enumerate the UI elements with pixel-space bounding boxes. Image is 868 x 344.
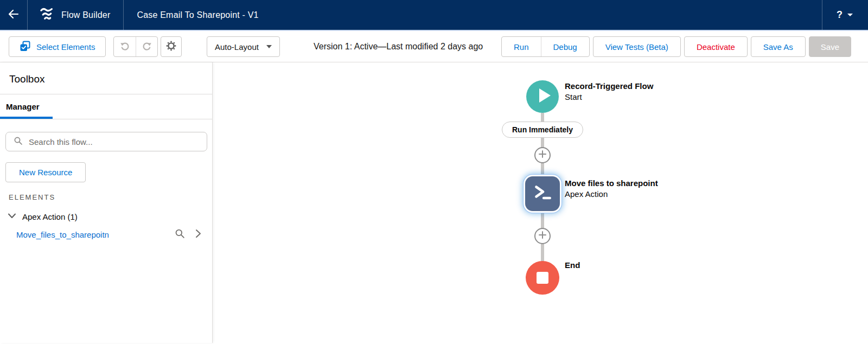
element-list-item: Move_files_to_sharepoitn: [16, 228, 203, 241]
flow-builder-logo-icon: [40, 6, 54, 24]
toolbox-heading: Toolbox: [0, 62, 212, 94]
chevron-down-icon: [266, 45, 272, 48]
debug-button[interactable]: Debug: [541, 37, 589, 56]
end-node-title: End: [565, 260, 580, 271]
apex-action-node-subtitle: Apex Action: [565, 189, 658, 200]
chevron-right-icon[interactable]: [195, 229, 201, 240]
apex-action-node[interactable]: [525, 176, 560, 211]
app-name: Flow Builder: [61, 10, 110, 20]
chevron-down-icon: [847, 14, 853, 16]
multi-select-check-icon: [20, 41, 30, 53]
redo-button[interactable]: [136, 37, 157, 56]
terminal-prompt-icon: [531, 181, 554, 206]
active-tab-indicator: [0, 117, 53, 119]
run-debug-group: Run Debug: [501, 36, 590, 57]
end-node-labels: End: [565, 260, 580, 271]
plus-icon: [538, 231, 547, 241]
gear-icon: [166, 41, 176, 53]
save-as-button[interactable]: Save As: [751, 36, 806, 57]
brand: Flow Builder: [28, 0, 123, 30]
chevron-down-icon: [8, 212, 16, 221]
flow-settings-button[interactable]: [161, 36, 182, 57]
back-arrow-icon: [7, 8, 20, 23]
play-icon: [526, 79, 559, 114]
add-element-button[interactable]: [534, 228, 551, 244]
start-node-title: Record-Triggered Flow: [565, 81, 653, 92]
apex-action-node-title: Move files to sharepoint: [565, 178, 658, 189]
toolbox-tabs: Manager: [0, 94, 212, 119]
add-element-button[interactable]: [534, 147, 551, 163]
elements-heading: ELEMENTS: [9, 193, 203, 201]
flow-search-box: [5, 132, 207, 151]
search-input[interactable]: [29, 137, 200, 146]
undo-icon: [119, 41, 130, 53]
layout-mode-dropdown[interactable]: Auto-Layout: [207, 36, 280, 57]
toolbox-sidebar: Toolbox Manager New Resource ELEMENTS Ap…: [0, 62, 213, 343]
question-mark-icon: ?: [837, 9, 843, 21]
flow-toolbar: Select Elements: [0, 31, 868, 62]
redo-icon: [142, 41, 152, 53]
deactivate-button[interactable]: Deactivate: [684, 36, 748, 57]
flow-canvas[interactable]: Record-Triggered Flow Start Run Immediat…: [213, 62, 868, 343]
flow-title: Case Email To Sharepoint - V1: [137, 10, 258, 20]
element-group-label: Apex Action (1): [22, 212, 78, 221]
view-tests-button[interactable]: View Tests (Beta): [593, 36, 681, 57]
back-button[interactable]: [0, 0, 27, 30]
find-in-flow-icon[interactable]: [175, 228, 185, 241]
start-node[interactable]: [526, 80, 559, 113]
new-resource-button[interactable]: New Resource: [5, 162, 86, 182]
apex-action-node-labels: Move files to sharepoint Apex Action: [565, 178, 658, 200]
start-node-subtitle: Start: [565, 92, 653, 103]
version-status-text: Version 1: Active—Last modified 2 days a…: [314, 31, 483, 62]
select-elements-label: Select Elements: [36, 42, 95, 52]
trigger-path-badge[interactable]: Run Immediately: [502, 122, 583, 138]
plus-icon: [538, 150, 547, 161]
undo-redo-group: [113, 36, 158, 57]
save-button[interactable]: Save: [809, 36, 851, 57]
element-group-apex-action[interactable]: Apex Action (1): [8, 212, 205, 221]
layout-mode-value: Auto-Layout: [215, 42, 259, 52]
stop-square-icon: [537, 272, 548, 284]
undo-button[interactable]: [114, 37, 136, 56]
help-menu-button[interactable]: ?: [822, 0, 868, 30]
run-button[interactable]: Run: [502, 37, 541, 56]
element-item-link[interactable]: Move_files_to_sharepoitn: [16, 230, 109, 239]
app-header: Flow Builder Case Email To Sharepoint - …: [0, 0, 868, 31]
start-node-labels: Record-Triggered Flow Start: [565, 81, 653, 103]
tab-manager[interactable]: Manager: [6, 102, 40, 111]
select-elements-button[interactable]: Select Elements: [9, 36, 106, 57]
end-node: [526, 261, 559, 295]
magnifier-icon: [14, 136, 23, 148]
